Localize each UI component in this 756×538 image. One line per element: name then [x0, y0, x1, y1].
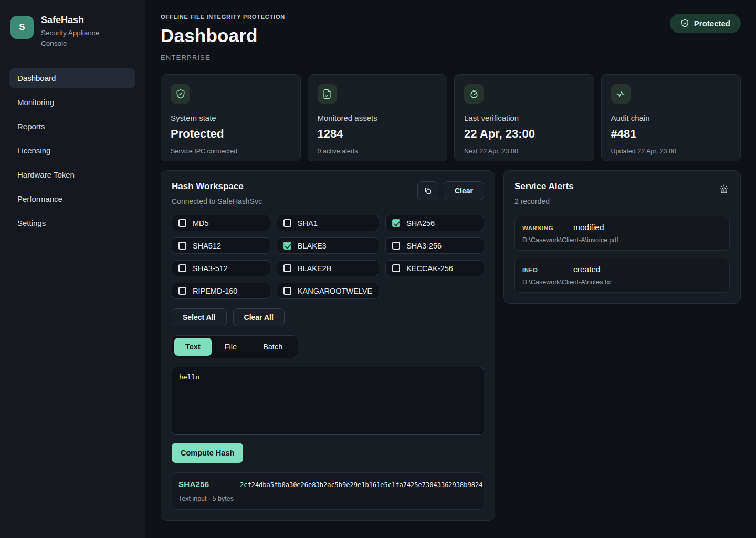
sidebar-item-licensing[interactable]: Licensing	[9, 141, 135, 160]
hash-text-input[interactable]: hello	[172, 367, 484, 435]
algo-checkbox-ripemd-160[interactable]: RIPEMD-160	[172, 283, 270, 299]
stat-card-monitored-assets: Monitored assets 1284 0 active alerts	[308, 74, 448, 161]
stat-sub: Next 22 Apr, 23:00	[464, 148, 584, 155]
service-alerts-panel: Service Alerts 2 recorded	[503, 170, 741, 304]
result-meta: Text input · 5 bytes	[178, 495, 477, 502]
stat-value: 22 Apr, 23:00	[464, 127, 584, 141]
page-title: Dashboard	[161, 25, 285, 46]
alert-item-warning: WARNING modified D:\Casework\Client-A\in…	[514, 216, 730, 251]
sidebar-item-dashboard[interactable]: Dashboard	[9, 68, 135, 88]
stat-value: #481	[611, 127, 731, 141]
algo-label: SHA1	[298, 219, 318, 227]
algo-label: SHA3-512	[193, 264, 228, 273]
algo-checkbox-blake3[interactable]: BLAKE3	[277, 237, 379, 254]
algo-label: KECCAK-256	[406, 264, 453, 273]
sidebar-item-monitoring[interactable]: Monitoring	[9, 92, 135, 112]
stat-sub: Service IPC connected	[171, 148, 291, 155]
hash-result-card: SHA256 2cf24dba5fb0a30e26e83b2ac5b9e29e1…	[172, 472, 484, 510]
checkbox-icon	[392, 264, 400, 272]
checkbox-icon	[392, 219, 400, 227]
stat-label: Last verification	[464, 113, 584, 122]
alert-action: modified	[573, 223, 604, 232]
algo-checkbox-blake2b[interactable]: BLAKE2B	[277, 260, 379, 276]
stat-cards: System state Protected Service IPC conne…	[161, 74, 741, 161]
select-all-button[interactable]: Select All	[172, 308, 227, 326]
checkbox-icon	[284, 264, 291, 272]
stat-card-system-state: System state Protected Service IPC conne…	[161, 74, 301, 161]
stat-card-audit-chain: Audit chain #481 Updated 22 Apr, 23:00	[601, 74, 741, 161]
sidebar-item-hardware-token[interactable]: Hardware Token	[9, 165, 135, 184]
algorithm-grid: MD5 SHA1 SHA256 SHA512 BLAKE3	[172, 215, 484, 299]
stat-card-last-verification: Last verification 22 Apr, 23:00 Next 22 …	[454, 74, 594, 161]
copy-icon	[424, 187, 432, 195]
stat-sub: Updated 22 Apr, 23:00	[611, 148, 731, 155]
page-header: OFFLINE FILE INTEGRITY PROTECTION Dashbo…	[161, 14, 741, 61]
alert-action: created	[573, 265, 601, 274]
algo-checkbox-sha512[interactable]: SHA512	[172, 237, 270, 254]
alert-list: WARNING modified D:\Casework\Client-A\in…	[514, 216, 730, 293]
stat-label: Audit chain	[611, 113, 731, 122]
sidebar-item-settings[interactable]: Settings	[9, 213, 135, 233]
tab-file[interactable]: File	[212, 338, 250, 356]
algo-label: MD5	[193, 219, 209, 227]
algo-checkbox-sha256[interactable]: SHA256	[385, 215, 484, 231]
activity-icon	[611, 84, 631, 104]
tab-text[interactable]: Text	[174, 338, 212, 356]
clear-all-button[interactable]: Clear All	[233, 308, 285, 326]
checkbox-icon	[178, 219, 186, 227]
clear-button[interactable]: Clear	[444, 181, 484, 200]
algo-checkbox-sha3-512[interactable]: SHA3-512	[172, 260, 270, 276]
algo-label: BLAKE3	[298, 242, 327, 250]
algo-checkbox-md5[interactable]: MD5	[172, 215, 270, 231]
hash-workspace-panel: Hash Workspace Connected to SafeHashSvc …	[161, 170, 495, 521]
checkbox-icon	[392, 242, 400, 250]
sidebar: S SafeHash Security Appliance Console Da…	[0, 0, 145, 538]
stopwatch-icon	[464, 84, 484, 104]
brand: S SafeHash Security Appliance Console	[9, 15, 135, 48]
algo-label: KANGAROOTWELVE	[298, 287, 372, 295]
algo-checkbox-keccak-256[interactable]: KECCAK-256	[385, 260, 484, 276]
stat-label: System state	[171, 113, 291, 122]
shield-check-icon	[171, 84, 190, 104]
alert-level-badge: INFO	[522, 267, 573, 273]
result-algorithm-label: SHA256	[178, 480, 240, 489]
shield-icon	[680, 19, 689, 28]
sidebar-item-performance[interactable]: Performance	[9, 189, 135, 209]
workspace-title: Hash Workspace	[172, 181, 262, 192]
algo-label: RIPEMD-160	[193, 287, 237, 295]
algo-checkbox-kangarootwelve[interactable]: KANGAROOTWELVE	[277, 283, 379, 299]
alerts-count: 2 recorded	[514, 197, 574, 205]
sidebar-nav: Dashboard Monitoring Reports Licensing H…	[9, 68, 135, 233]
tab-batch[interactable]: Batch	[250, 338, 296, 356]
alert-file-path: D:\Casework\Client-A\invoice.pdf	[522, 236, 722, 244]
stat-value: Protected	[171, 127, 291, 141]
checkbox-icon	[178, 287, 186, 295]
algo-label: SHA3-256	[406, 242, 442, 250]
checkbox-icon	[178, 264, 186, 272]
algo-label: SHA512	[193, 242, 221, 250]
sidebar-item-reports[interactable]: Reports	[9, 117, 135, 136]
input-mode-tabs: Text File Batch	[172, 335, 298, 358]
algo-checkbox-sha3-256[interactable]: SHA3-256	[385, 237, 484, 254]
app-logo: S	[10, 16, 34, 39]
result-hash-value: 2cf24dba5fb0a30e26e83b2ac5b9e29e1b161e5c…	[240, 481, 482, 489]
checkbox-icon	[178, 242, 186, 250]
stat-label: Monitored assets	[318, 113, 438, 122]
main-content: OFFLINE FILE INTEGRITY PROTECTION Dashbo…	[145, 0, 756, 538]
checkbox-icon	[284, 219, 291, 227]
app-name: SafeHash	[41, 15, 114, 26]
stat-value: 1284	[318, 127, 438, 141]
file-check-icon	[318, 84, 337, 104]
page-eyebrow: OFFLINE FILE INTEGRITY PROTECTION	[161, 14, 285, 20]
alert-level-badge: WARNING	[522, 225, 573, 231]
stat-sub: 0 active alerts	[318, 148, 438, 155]
compute-hash-button[interactable]: Compute Hash	[172, 443, 243, 463]
copy-result-button[interactable]	[417, 181, 438, 200]
siren-icon	[718, 183, 730, 197]
checkbox-icon	[284, 242, 291, 250]
algo-checkbox-sha1[interactable]: SHA1	[277, 215, 379, 231]
alert-file-path: D:\Casework\Client-A\notes.txt	[522, 278, 722, 286]
license-tier-label: ENTERPRISE	[161, 54, 285, 61]
alerts-title: Service Alerts	[514, 181, 574, 192]
algo-label: BLAKE2B	[298, 264, 332, 273]
